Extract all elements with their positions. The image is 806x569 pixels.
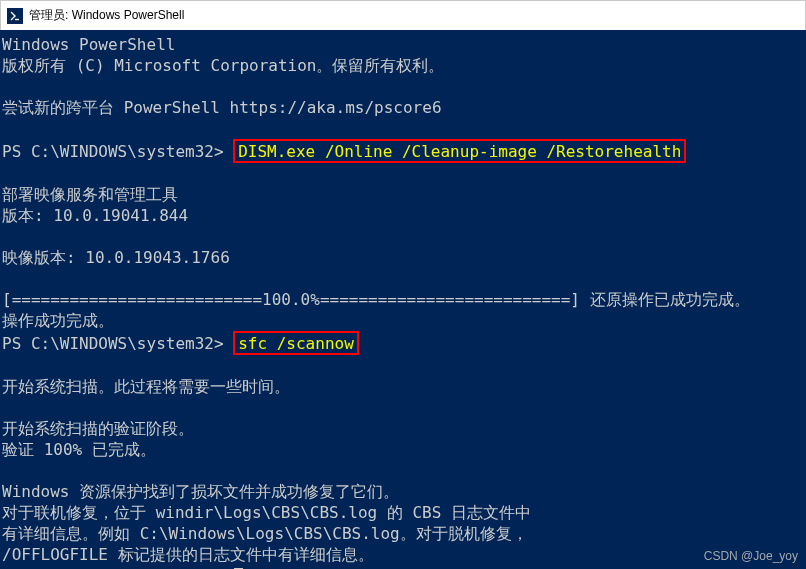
result-line-1: Windows 资源保护找到了损坏文件并成功修复了它们。 xyxy=(2,481,804,502)
blank xyxy=(2,76,804,97)
result-line-4: /OFFLOGFILE 标记提供的日志文件中有详细信息。 xyxy=(2,544,804,565)
pscore-line: 尝试新的跨平台 PowerShell https://aka.ms/pscore… xyxy=(2,97,804,118)
window-title: 管理员: Windows PowerShell xyxy=(29,7,184,24)
prompt-prefix: PS C:\WINDOWS\system32> xyxy=(2,334,233,353)
result-line-2: 对于联机修复，位于 windir\Logs\CBS\CBS.log 的 CBS … xyxy=(2,502,804,523)
intro-line-1: Windows PowerShell xyxy=(2,34,804,55)
sfc-line-3: 验证 100% 已完成。 xyxy=(2,439,804,460)
highlight-cmd-1: DISM.exe /Online /Cleanup-image /Restore… xyxy=(233,139,686,163)
intro-line-2: 版权所有 (C) Microsoft Corporation。保留所有权利。 xyxy=(2,55,804,76)
watermark: CSDN @Joe_yoy xyxy=(704,549,798,563)
prompt-prefix: PS C:\WINDOWS\system32> xyxy=(2,142,233,161)
result-line-3: 有详细信息。例如 C:\Windows\Logs\CBS\CBS.log。对于脱… xyxy=(2,523,804,544)
prompt-line-2: PS C:\WINDOWS\system32> sfc /scannow xyxy=(2,331,804,355)
prompt-line-3: PS C:\WINDOWS\system32> xyxy=(2,565,804,569)
command-2: sfc /scannow xyxy=(238,334,354,353)
done-line: 操作成功完成。 xyxy=(2,310,804,331)
progress-line: [==========================100.0%=======… xyxy=(2,289,804,310)
blank xyxy=(2,268,804,289)
terminal-area[interactable]: Windows PowerShell 版权所有 (C) Microsoft Co… xyxy=(0,30,806,569)
blank xyxy=(2,163,804,184)
blank xyxy=(2,355,804,376)
powershell-icon xyxy=(7,8,23,24)
sfc-line-2: 开始系统扫描的验证阶段。 xyxy=(2,418,804,439)
image-version: 映像版本: 10.0.19043.1766 xyxy=(2,247,804,268)
prompt-line-1: PS C:\WINDOWS\system32> DISM.exe /Online… xyxy=(2,139,804,163)
command-1: DISM.exe /Online /Cleanup-image /Restore… xyxy=(238,142,681,161)
sfc-line-1: 开始系统扫描。此过程将需要一些时间。 xyxy=(2,376,804,397)
blank xyxy=(2,460,804,481)
dism-line-2: 版本: 10.0.19041.844 xyxy=(2,205,804,226)
highlight-cmd-2: sfc /scannow xyxy=(233,331,359,355)
blank xyxy=(2,226,804,247)
blank xyxy=(2,118,804,139)
blank xyxy=(2,397,804,418)
dism-line-1: 部署映像服务和管理工具 xyxy=(2,184,804,205)
title-bar: 管理员: Windows PowerShell xyxy=(0,0,806,30)
